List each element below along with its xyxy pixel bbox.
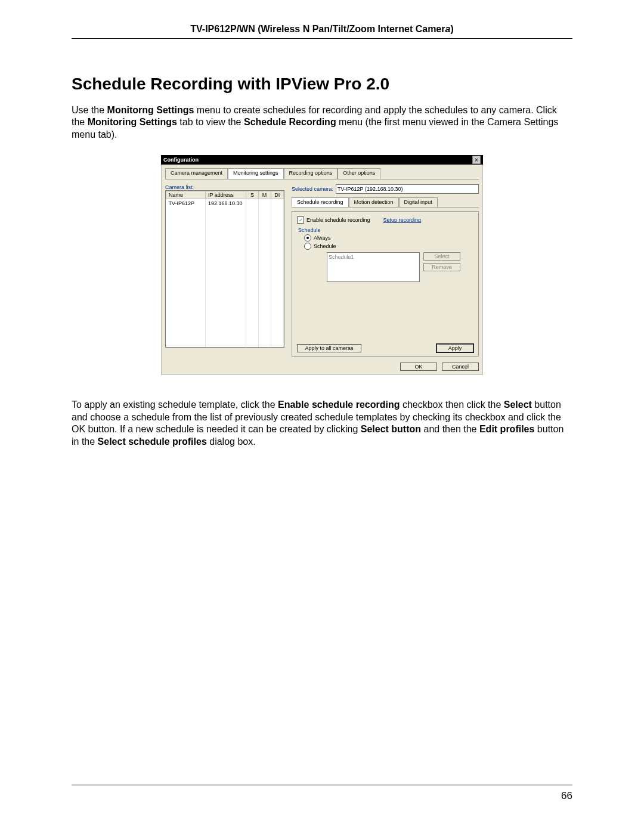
header-rule (72, 38, 572, 39)
radio-schedule-label: Schedule (314, 243, 336, 249)
apply-all-button[interactable]: Apply to all cameras (297, 344, 361, 352)
camera-list-label: Camera list: (165, 184, 284, 190)
intro-paragraph: Use the Monitorng Settings menu to creat… (72, 104, 572, 141)
table-row[interactable]: TV-IP612P 192.168.10.30 (166, 199, 284, 208)
sub-tabs: Schedule recording Motion detection Digi… (292, 197, 479, 208)
subtab-schedule-recording[interactable]: Schedule recording (292, 197, 349, 207)
radio-always-label: Always (314, 235, 331, 241)
enable-schedule-checkbox[interactable]: ✓ (297, 216, 304, 224)
tab-camera-management[interactable]: Camera management (165, 168, 228, 179)
col-m: M (258, 191, 271, 199)
selected-camera-label: Selected camera: (292, 186, 333, 192)
ok-button[interactable]: OK (400, 363, 437, 371)
tab-recording-options[interactable]: Recording options (284, 168, 338, 179)
select-button[interactable]: Select (423, 252, 460, 261)
section-heading: Schedule Recording with IPView Pro 2.0 (72, 75, 572, 94)
setup-recording-link[interactable]: Setup recording (383, 217, 422, 223)
enable-schedule-label: Enable schedule recording (306, 217, 370, 223)
col-s: S (246, 191, 258, 199)
dialog-title: Configuration (163, 157, 472, 163)
tab-monitoring-settings[interactable]: Monitoring settings (228, 168, 284, 179)
col-name: Name (166, 191, 206, 199)
schedule-listbox[interactable]: Schedule1 (327, 252, 420, 282)
dialog-titlebar[interactable]: Configuration × (161, 155, 483, 165)
page-footer: 66 (72, 780, 572, 802)
col-ip: IP address (205, 191, 246, 199)
configuration-dialog: Configuration × Camera management Monito… (161, 155, 483, 375)
remove-button[interactable]: Remove (423, 263, 460, 271)
subtab-motion-detection[interactable]: Motion detection (349, 197, 399, 207)
schedule-recording-panel: ✓ Enable schedule recording Setup record… (292, 211, 479, 357)
schedule-group-label: Schedule (298, 227, 473, 233)
subtab-digital-input[interactable]: Digital input (399, 197, 438, 207)
col-di: DI (271, 191, 283, 199)
camera-list-grid[interactable]: Name IP address S M DI TV-IP612P (165, 190, 284, 348)
document-header: TV-IP612P/WN (Wireless N Pan/Tilt/Zoom I… (72, 24, 572, 35)
radio-schedule[interactable] (304, 243, 311, 250)
apply-button[interactable]: Apply (436, 344, 473, 352)
main-tabs: Camera management Monitoring settings Re… (165, 168, 479, 179)
page-number: 66 (72, 790, 572, 802)
radio-always[interactable] (304, 234, 311, 241)
tab-other-options[interactable]: Other options (338, 168, 380, 179)
cancel-button[interactable]: Cancel (442, 363, 479, 371)
close-icon[interactable]: × (472, 156, 481, 164)
selected-camera-field[interactable]: TV-IP612P (192.168.10.30) (336, 184, 479, 194)
followup-paragraph: To apply an existing schedule template, … (72, 399, 572, 448)
